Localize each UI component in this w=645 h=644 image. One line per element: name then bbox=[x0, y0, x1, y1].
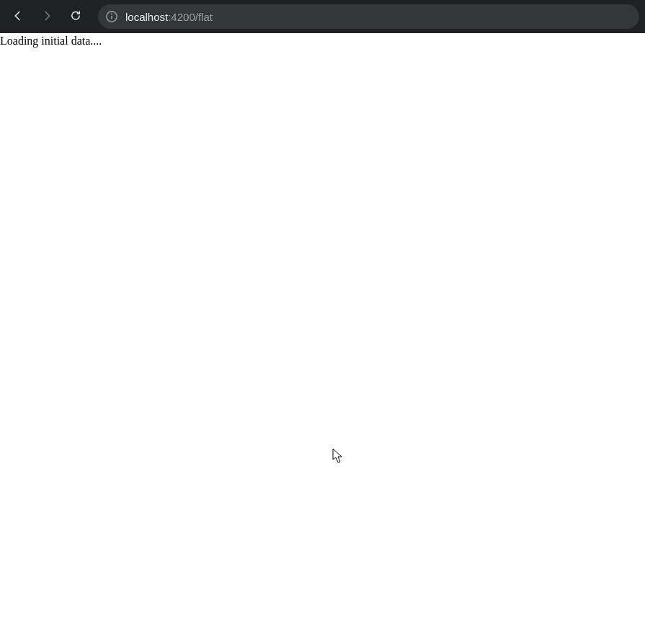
reload-icon bbox=[69, 9, 82, 24]
loading-message: Loading initial data.... bbox=[0, 33, 645, 48]
url-host: localhost bbox=[125, 11, 168, 23]
arrow-left-icon bbox=[12, 9, 25, 24]
info-icon[interactable] bbox=[105, 10, 118, 23]
url-text: localhost:4200/flat bbox=[125, 11, 213, 23]
nav-forward-button[interactable] bbox=[35, 4, 59, 29]
arrow-right-icon bbox=[40, 9, 53, 24]
nav-reload-button[interactable] bbox=[63, 4, 88, 29]
address-bar[interactable]: localhost:4200/flat bbox=[98, 4, 639, 29]
browser-toolbar: localhost:4200/flat bbox=[0, 0, 645, 33]
url-rest: :4200/flat bbox=[168, 11, 213, 23]
cursor-icon bbox=[332, 448, 345, 467]
svg-point-1 bbox=[111, 14, 112, 15]
page-content: Loading initial data.... bbox=[0, 33, 645, 48]
nav-back-button[interactable] bbox=[6, 4, 30, 29]
